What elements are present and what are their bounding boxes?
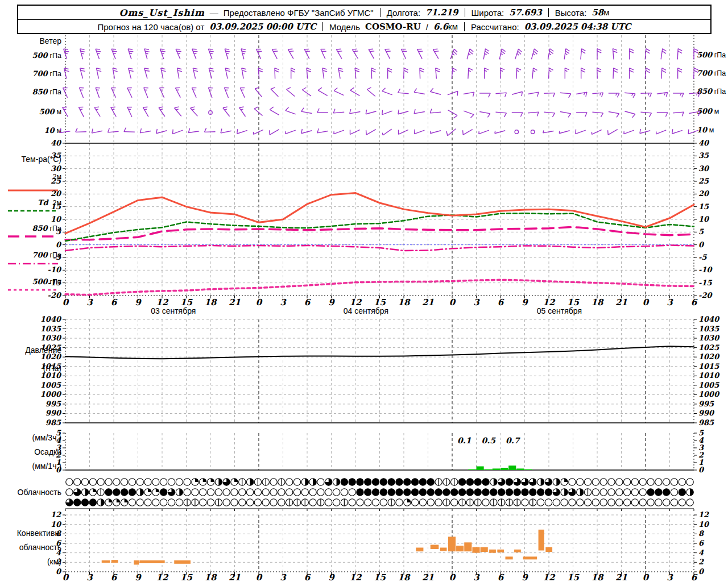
cloud-cover-symbol — [121, 479, 127, 485]
svg-text:10: 10 — [698, 520, 710, 529]
svg-text:1030: 1030 — [698, 334, 720, 342]
cloud-cover-symbol — [129, 499, 135, 506]
cloud-cover-symbol — [592, 489, 599, 496]
cloud-cover-symbol — [639, 499, 646, 506]
cloud-cover-symbol — [325, 489, 332, 496]
svg-text:3: 3 — [473, 572, 480, 582]
svg-text:5: 5 — [698, 227, 704, 236]
cloud-cover-symbol — [631, 499, 638, 506]
precip-bar — [500, 468, 508, 470]
svg-text:3: 3 — [280, 297, 287, 307]
svg-text:21: 21 — [615, 572, 627, 582]
convective-cloud-bar — [545, 547, 552, 552]
svg-text:15: 15 — [51, 202, 61, 211]
cloud-cover-symbol — [608, 499, 615, 506]
convective-cloud-bar — [448, 537, 456, 551]
cloud-cover-symbol — [545, 499, 552, 506]
svg-text:1030: 1030 — [40, 334, 62, 342]
svg-text:21: 21 — [229, 297, 241, 307]
cloud-cover-symbol — [639, 489, 646, 496]
cloud-cover-symbol — [160, 479, 167, 485]
cloud-cover-symbol — [341, 489, 348, 496]
cloud-cover-symbol — [592, 499, 599, 506]
cloud-cover-symbol — [608, 489, 615, 496]
convective-cloud-bar — [481, 547, 488, 552]
cloud-cover-symbol — [584, 479, 591, 485]
svg-text:15: 15 — [698, 202, 709, 211]
time-axis-labels: 0369121518210369121518210369121518210360… — [63, 296, 698, 315]
svg-text:1040: 1040 — [698, 315, 720, 323]
svg-text:30: 30 — [698, 164, 710, 173]
cloud-cover-symbol — [293, 489, 300, 496]
svg-text:0: 0 — [643, 572, 650, 582]
cloud-cover-symbol — [168, 499, 175, 506]
svg-text:35: 35 — [698, 151, 709, 160]
svg-text:1: 1 — [698, 458, 704, 467]
cloud-cover-symbol — [270, 479, 277, 485]
svg-text:0: 0 — [256, 572, 263, 582]
svg-text:-20: -20 — [698, 291, 713, 300]
svg-text:3: 3 — [86, 572, 93, 582]
svg-text:985: 985 — [698, 418, 714, 427]
cloud-cover-symbol — [663, 479, 669, 485]
cloud-cover-symbol — [333, 489, 340, 496]
cloud-cover-symbol — [671, 499, 677, 506]
svg-text:5: 5 — [56, 429, 61, 437]
svg-text:05 сентября: 05 сентября — [537, 306, 582, 315]
svg-text:1035: 1035 — [698, 325, 719, 333]
cloud-cover-symbol — [333, 499, 340, 506]
cloud-cover-symbol — [317, 489, 324, 496]
svg-text:0.1: 0.1 — [457, 436, 471, 445]
cloud-cover-symbol — [600, 489, 607, 496]
cloud-cover-symbol — [239, 489, 246, 496]
svg-text:0: 0 — [56, 567, 62, 576]
svg-text:21: 21 — [422, 572, 434, 582]
cloud-cover-symbol — [349, 489, 355, 496]
svg-text:6: 6 — [111, 297, 118, 307]
svg-text:25: 25 — [698, 177, 709, 185]
svg-text:1010: 1010 — [40, 371, 62, 380]
svg-text:-15: -15 — [698, 278, 712, 287]
precip-bar — [508, 465, 516, 470]
svg-text:985: 985 — [46, 418, 61, 427]
convective-cloud-bar — [139, 560, 164, 563]
svg-text:04 сентября: 04 сентября — [344, 306, 388, 315]
svg-text:12: 12 — [51, 510, 61, 519]
cloud-cover-symbol — [639, 479, 646, 485]
cloud-cover-symbol — [686, 479, 693, 485]
svg-text:4: 4 — [698, 548, 704, 557]
cloud-cover-symbol — [152, 479, 159, 485]
cloud-cover-symbol — [74, 479, 81, 485]
precip-bar — [485, 469, 492, 470]
svg-text:6: 6 — [56, 539, 62, 547]
cloud-cover-symbol — [152, 499, 159, 506]
cloud-cover-symbol — [262, 489, 269, 496]
cloud-cover-symbol — [584, 499, 591, 506]
cloud-cover-symbol — [309, 489, 316, 496]
cloud-cover-symbol — [365, 499, 371, 506]
convective-cloud-bar — [440, 548, 447, 551]
svg-text:21: 21 — [615, 297, 627, 307]
cloud-cover-symbol — [569, 499, 576, 506]
cloud-cover-symbol — [270, 499, 277, 506]
cloud-cover-symbol — [286, 479, 292, 485]
cloud-cover-symbol — [396, 499, 403, 506]
cloud-cover-symbol — [192, 489, 198, 496]
svg-text:0: 0 — [256, 297, 263, 307]
svg-text:10: 10 — [51, 215, 62, 223]
cloud-cover-symbol — [286, 489, 292, 496]
cloud-cover-symbol — [631, 489, 638, 496]
svg-text:18: 18 — [398, 297, 411, 307]
svg-text:2: 2 — [56, 451, 61, 459]
calm-wind-symbol — [531, 130, 534, 134]
svg-text:35: 35 — [51, 151, 61, 160]
cloud-cover-symbol — [89, 479, 96, 485]
convective-cloud-bar — [134, 560, 139, 565]
cloud-cover-symbol — [522, 499, 528, 506]
svg-text:990: 990 — [698, 409, 715, 417]
pressure-chart: 1040104010351035103010301025102510201020… — [40, 315, 720, 427]
convective-cloud-bar — [539, 530, 544, 551]
cloud-cover-symbol — [66, 489, 73, 496]
svg-text:-15: -15 — [48, 278, 61, 287]
svg-text:0: 0 — [63, 297, 69, 307]
